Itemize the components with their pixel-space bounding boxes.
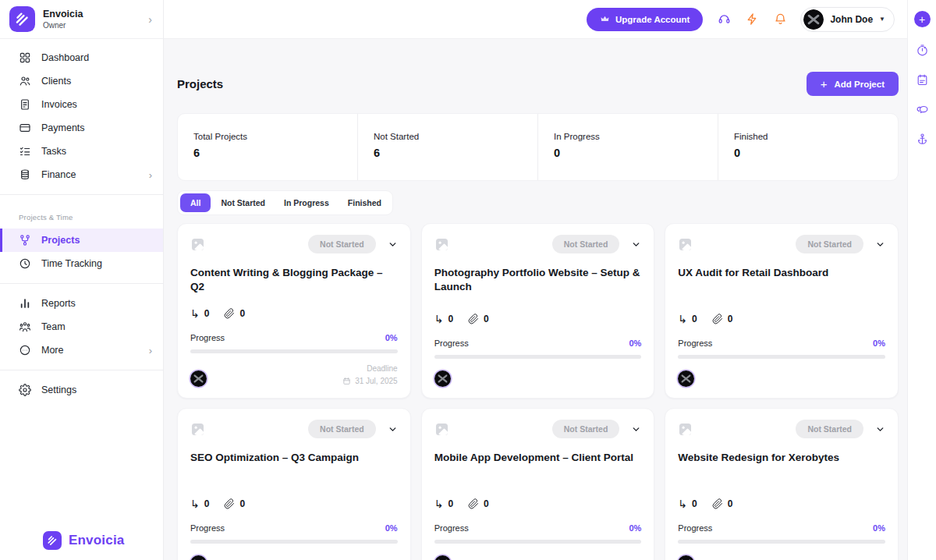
sidebar-item-label: Team [41,321,66,332]
sidebar-item-dashboard[interactable]: Dashboard [0,46,163,69]
chat-icon[interactable] [916,103,929,116]
divider [0,194,163,195]
sidebar-item-tasks[interactable]: Tasks [0,140,163,163]
sidebar-item-more[interactable]: More› [0,338,163,362]
stat-value: 0 [734,147,898,159]
image-placeholder-icon [678,237,693,252]
chevron-down-icon[interactable] [388,424,398,434]
plus-icon: + [821,78,828,90]
project-title: UX Audit for Retail Dashboard [678,266,885,280]
avatar[interactable] [678,370,694,387]
avatar[interactable] [678,555,694,560]
stat-label: Total Projects [193,132,357,141]
notepad-icon[interactable] [916,73,929,87]
attachment-count: 0 [468,314,489,324]
paperclip-icon [712,498,723,509]
sidebar-item-label: Payments [41,122,85,133]
envoicia-logo-icon [43,531,62,550]
chevron-down-icon[interactable] [631,424,641,434]
divider [0,283,163,284]
headset-icon[interactable] [718,12,731,26]
bell-icon[interactable] [774,12,787,26]
sidebar-item-label: More [41,345,63,356]
paperclip-icon [468,498,479,509]
workspace-role: Owner [43,21,83,30]
deadline-block: Deadline31 Jul, 2025 [342,363,398,387]
avatar[interactable] [434,370,451,387]
paperclip-icon [712,314,723,324]
project-card[interactable]: Not StartedWebsite Redesign for Xerobyte… [665,408,899,560]
avatar[interactable] [190,555,207,560]
bars-icon [19,297,31,310]
sidebar-header: Envoicia Owner › [0,0,163,39]
sidebar-item-time-tracking[interactable]: Time Tracking [0,252,163,275]
subtask-icon: ↳ [434,498,444,509]
subtask-count: ↳0 [190,308,209,319]
sidebar-item-label: Invoices [41,99,77,110]
chevron-right-icon: › [149,345,152,356]
attachment-count: 0 [468,498,489,509]
progress-label: Progress [434,523,469,533]
chevron-down-icon[interactable] [631,239,641,250]
user-menu[interactable]: John Doe ▼ [800,7,895,32]
progress-bar [434,540,642,544]
sidebar-item-settings[interactable]: Settings [0,378,163,402]
progress-bar [678,540,885,544]
user-name: John Doe [830,14,873,25]
sidebar-item-team[interactable]: Team [0,315,163,338]
progress-percent: 0% [629,523,641,533]
sidebar-item-projects[interactable]: Projects [0,229,163,252]
flow-icon [19,234,31,246]
status-badge: Not Started [308,235,376,253]
progress-bar [434,355,642,359]
sidebar-item-finance[interactable]: Finance› [0,163,163,186]
attachment-count: 0 [712,498,733,509]
attachment-count: 0 [224,308,245,319]
stat-label: Finished [734,132,898,141]
avatar [803,9,824,30]
avatar[interactable] [190,370,207,387]
sidebar-item-reports[interactable]: Reports [0,292,163,315]
filter-tab-in-progress[interactable]: In Progress [275,193,338,212]
stat-label: In Progress [554,132,718,141]
sidebar-item-clients[interactable]: Clients [0,69,163,93]
project-card[interactable]: Not StartedPhotography Portfolio Website… [421,223,655,399]
sidebar-item-invoices[interactable]: Invoices [0,93,163,116]
chevron-right-icon: › [149,169,152,181]
project-card[interactable]: Not StartedSEO Optimization – Q3 Campaig… [177,408,411,560]
bolt-icon[interactable] [746,12,759,26]
image-placeholder-icon [434,237,449,252]
sidebar-item-label: Time Tracking [41,258,102,269]
stat-value: 6 [374,147,537,159]
subtask-count: ↳0 [434,314,453,324]
filter-tab-finished[interactable]: Finished [339,193,390,212]
chevron-right-icon[interactable]: › [148,13,152,26]
project-card[interactable]: Not StartedMobile App Development – Clie… [421,408,655,560]
envoicia-logo-icon [9,6,35,32]
deadline-label: Deadline [342,363,398,375]
subtask-icon: ↳ [190,308,200,319]
project-cards-grid: Not StartedContent Writing & Blogging Pa… [177,223,899,560]
chevron-down-icon[interactable] [388,239,398,250]
plus-icon[interactable]: + [914,11,931,27]
progress-label: Progress [190,333,225,342]
project-card[interactable]: Not StartedUX Audit for Retail Dashboard… [665,223,899,399]
paperclip-icon [468,314,479,324]
avatar[interactable] [434,555,451,560]
upgrade-account-button[interactable]: Upgrade Account [587,8,703,31]
progress-bar [678,355,885,359]
project-card[interactable]: Not StartedContent Writing & Blogging Pa… [177,223,411,399]
chevron-down-icon[interactable] [875,239,885,250]
invoice-icon [19,98,31,111]
sidebar-item-payments[interactable]: Payments [0,116,163,140]
anchor-icon[interactable] [916,133,929,146]
filter-tab-not-started[interactable]: Not Started [212,193,274,212]
chevron-down-icon[interactable] [875,424,885,434]
project-title: Mobile App Development – Client Portal [434,451,642,465]
stat-label: Not Started [374,132,537,141]
chevron-down-icon: ▼ [879,16,885,23]
attachment-count: 0 [712,314,733,324]
timer-icon[interactable] [916,44,929,57]
filter-tab-all[interactable]: All [180,193,211,212]
add-project-button[interactable]: + Add Project [807,72,899,96]
